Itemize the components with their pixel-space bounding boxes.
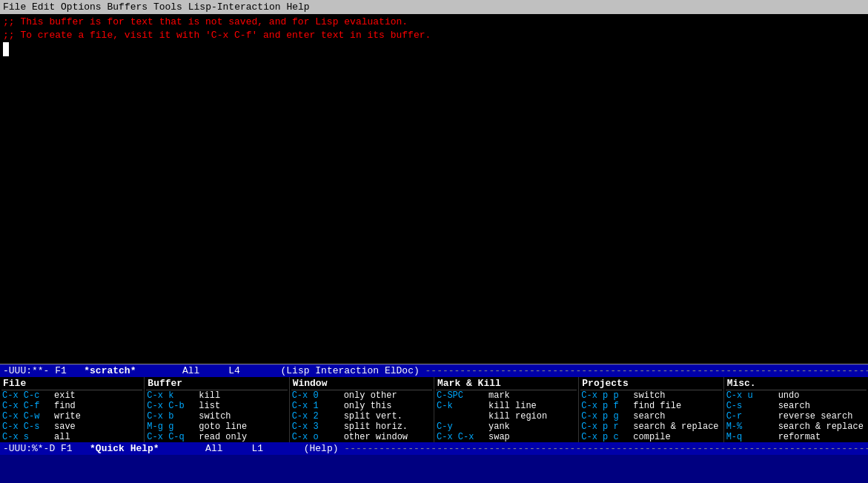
- qh-key-splithoriz: C-x 3: [292, 422, 344, 432]
- editor-line-1: ;; This buffer is for text that is not s…: [3, 16, 865, 29]
- qh-label-kill: kill: [199, 390, 220, 401]
- qh-row-kill: C-x k kill: [146, 390, 287, 401]
- editor-line-2: ;; To create a file, visit it with 'C-x …: [3, 29, 865, 42]
- qh-label-swap: swap: [488, 432, 510, 442]
- qh-key-list: C-x C-b: [147, 401, 199, 411]
- qh-label-switch: switch: [199, 411, 231, 422]
- qh-key-undo: C-x u: [726, 390, 778, 401]
- qh-key-reformat: M-q: [726, 432, 778, 442]
- qh-key-write: C-x C-w: [2, 411, 54, 422]
- qh-key-projswitch: C-x p p: [581, 390, 633, 401]
- menu-options[interactable]: Options: [61, 1, 102, 13]
- qh-label-yank: yank: [488, 422, 510, 432]
- qh-row-projreplace: C-x p r search & replace: [580, 422, 721, 432]
- qh-key-search: C-s: [726, 401, 778, 411]
- qh-key-onlythis: C-x 1: [292, 401, 344, 411]
- text-cursor: [3, 42, 9, 56]
- menu-help[interactable]: Help: [286, 1, 309, 13]
- qh-section-window: Window C-x 0 only other C-x 1 only this …: [290, 377, 434, 442]
- qh-label-onlythis: only this: [344, 401, 392, 411]
- qh-row-projfind: C-x p f find file: [580, 401, 721, 411]
- qh-label-undo: undo: [778, 390, 800, 401]
- qh-label-otherwin: other window: [344, 432, 408, 442]
- qh-key-mark: C-SPC: [437, 390, 488, 401]
- qh-header-projects: Projects: [580, 377, 721, 390]
- qh-row-write: C-x C-w write: [1, 411, 142, 422]
- qh-key-rsearch: C-r: [726, 411, 778, 422]
- qh-row-all: C-x s all: [1, 432, 142, 442]
- qh-key-find: C-x C-f: [2, 401, 54, 411]
- qh-row-rsearch: C-r reverse search: [726, 411, 867, 422]
- menu-lisp[interactable]: Lisp-Interaction: [188, 1, 281, 13]
- qh-row-save: C-x C-s save: [1, 422, 142, 432]
- qh-row-projswitch: C-x p p switch: [580, 390, 721, 401]
- qh-row-killregion: kill region: [436, 411, 577, 422]
- qh-key-goto: M-g g: [147, 422, 199, 432]
- qh-key-splitvert: C-x 2: [292, 411, 344, 422]
- cursor-line: [3, 42, 865, 56]
- qh-header-file: File: [1, 377, 142, 390]
- qh-row-projcompile: C-x p c compile: [580, 432, 721, 442]
- qh-label-search: search: [778, 401, 810, 411]
- qh-key-onlyother: C-x 0: [292, 390, 344, 401]
- qh-key-readonly: C-x C-q: [147, 432, 199, 442]
- qh-row-exit: C-x C-c exit: [1, 390, 142, 401]
- qh-header-buffer: Buffer: [146, 377, 287, 390]
- qh-key-projsearch: C-x p g: [581, 411, 633, 422]
- qh-label-projreplace: search & replace: [633, 422, 718, 432]
- qh-row-reformat: M-q reformat: [726, 432, 867, 442]
- qh-section-buffer: Buffer C-x k kill C-x C-b list C-x b swi…: [145, 377, 289, 442]
- qh-row-sreplace: M-% search & replace: [726, 422, 867, 432]
- qh-row-find: C-x C-f find: [1, 401, 142, 411]
- qh-label-splitvert: split vert.: [344, 411, 402, 422]
- qh-label-projfind: find file: [633, 401, 681, 411]
- qh-label-splithoriz: split horiz.: [344, 422, 408, 432]
- qh-label-save: save: [54, 422, 76, 432]
- mode-line-dashes: ----------------------------------------…: [425, 365, 868, 376]
- qh-label-mark: mark: [488, 390, 510, 401]
- qh-row-onlythis: C-x 1 only this: [291, 401, 432, 411]
- qh-label-reformat: reformat: [778, 432, 821, 442]
- qh-section-misc: Misc. C-x u undo C-s search C-r reverse …: [724, 377, 868, 442]
- qh-label-killregion: kill region: [488, 411, 547, 422]
- qh-label-onlyother: only other: [344, 390, 397, 401]
- qh-key-swap: C-x C-x: [437, 432, 488, 442]
- qh-label-all: all: [54, 432, 70, 442]
- qh-label-projcompile: compile: [633, 432, 670, 442]
- bottom-mode-all: All: [205, 443, 222, 454]
- qh-label-exit: exit: [54, 390, 76, 401]
- mode-line: -UUU:**- F1 *scratch* All L4 (Lisp Inter…: [0, 364, 868, 377]
- qh-section-markkill: Mark & Kill C-SPC mark C-k kill line kil…: [434, 377, 579, 442]
- mode-line-modename: (Lisp Interaction ElDoc): [281, 365, 420, 376]
- qh-label-goto: goto line: [199, 422, 247, 432]
- qh-section-projects: Projects C-x p p switch C-x p f find fil…: [579, 377, 723, 442]
- menu-tools[interactable]: Tools: [153, 1, 182, 13]
- qh-key-save: C-x C-s: [2, 422, 54, 432]
- qh-label-write: write: [54, 411, 81, 422]
- qh-row-splithoriz: C-x 3 split horiz.: [291, 422, 432, 432]
- quick-help-panel: File C-x C-c exit C-x C-f find C-x C-w w…: [0, 377, 868, 442]
- bottom-mode-dashes: ----------------------------------------…: [344, 443, 868, 454]
- menu-bar: File Edit Options Buffers Tools Lisp-Int…: [0, 0, 868, 14]
- qh-key-projreplace: C-x p r: [581, 422, 633, 432]
- qh-key-kill: C-x k: [147, 390, 199, 401]
- qh-row-otherwin: C-x o other window: [291, 432, 432, 442]
- main-editor[interactable]: ;; This buffer is for text that is not s…: [0, 14, 868, 364]
- menu-buffers[interactable]: Buffers: [107, 1, 148, 13]
- qh-key-projfind: C-x p f: [581, 401, 633, 411]
- menu-file[interactable]: File: [3, 1, 26, 13]
- qh-key-otherwin: C-x o: [292, 432, 344, 442]
- qh-label-sreplace: search & replace: [778, 422, 864, 432]
- qh-label-projsearch: search: [633, 411, 665, 422]
- bottom-mode-line: -UUU:%*-D F1 *Quick Help* All L1 (Help) …: [0, 442, 868, 455]
- bottom-mode-lineno: L1: [252, 443, 264, 454]
- qh-label-find: find: [54, 401, 76, 411]
- mode-line-lineno: L4: [228, 365, 240, 376]
- menu-edit[interactable]: Edit: [32, 1, 55, 13]
- qh-key-projcompile: C-x p c: [581, 432, 633, 442]
- qh-row-splitvert: C-x 2 split vert.: [291, 411, 432, 422]
- qh-row-onlyother: C-x 0 only other: [291, 390, 432, 401]
- qh-header-markkill: Mark & Kill: [436, 377, 577, 390]
- qh-row-readonly: C-x C-q read only: [146, 432, 287, 442]
- qh-key-exit: C-x C-c: [2, 390, 54, 401]
